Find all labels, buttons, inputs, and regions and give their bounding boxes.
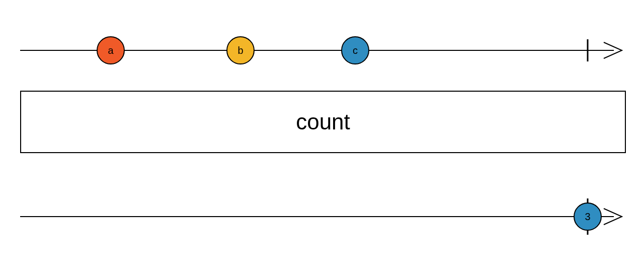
source-marble: a <box>97 36 125 64</box>
result-timeline-line <box>20 201 624 232</box>
source-marble: c <box>341 36 369 64</box>
operator-box: count <box>20 91 626 153</box>
marble-label: a <box>108 45 113 56</box>
marble-label: 3 <box>585 211 590 223</box>
source-timeline: abc <box>20 35 624 65</box>
result-timeline: 3 <box>20 201 624 232</box>
marble-diagram: abc count 3 <box>0 0 644 272</box>
result-marble: 3 <box>574 202 602 231</box>
marble-label: c <box>353 45 358 56</box>
source-marble: b <box>226 36 255 64</box>
operator-label: count <box>296 109 350 134</box>
marble-label: b <box>237 45 243 56</box>
